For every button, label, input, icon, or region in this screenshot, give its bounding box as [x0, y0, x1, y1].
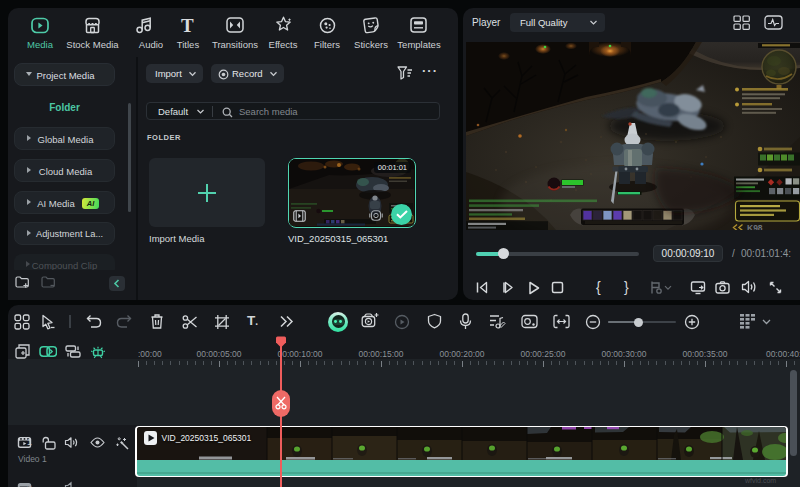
svg-text:K98: K98 — [747, 223, 763, 230]
